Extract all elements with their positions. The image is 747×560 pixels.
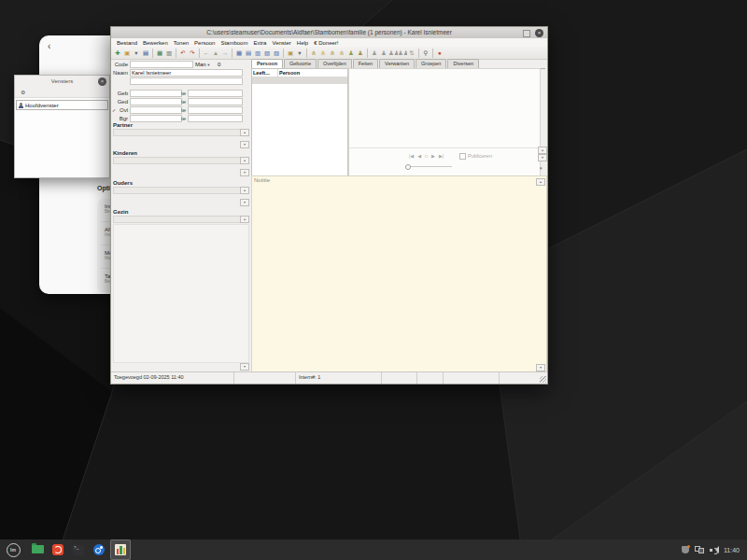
print-icon[interactable]: ▥ [164,48,174,58]
gezin-field[interactable] [113,216,242,223]
tab-geboorte[interactable]: Geboorte [284,59,317,68]
volume-icon[interactable] [710,546,718,553]
menu-doneer[interactable]: € Doneer! [311,40,341,46]
partner-field[interactable] [113,129,242,136]
media-slider[interactable] [405,165,452,168]
menu-stamboom[interactable]: Stamboom [218,40,250,46]
ged-place-input[interactable] [188,98,243,105]
timeline-view-icon[interactable]: ▤ [244,48,253,58]
spinner-down[interactable]: ▾ [538,154,547,161]
search-icon[interactable]: ⚲ [421,48,430,58]
split-view-icon[interactable]: ▧ [262,48,272,58]
close-icon[interactable]: × [535,29,543,37]
menu-bewerken[interactable]: Bewerken [140,40,171,46]
spinner-down[interactable]: ▾ [240,141,249,148]
spinner-down[interactable]: ▾ [240,363,249,371]
mint-menu-button[interactable]: lm [4,540,22,559]
column-persoon[interactable]: Persoon [278,69,347,77]
person-table-selected-row[interactable] [252,77,347,84]
tab-diversen[interactable]: Diversen [447,59,479,68]
bgr-place-input[interactable] [188,115,243,122]
up-icon[interactable]: ▲ [211,48,220,58]
layout-dropdown-caret[interactable]: ▾ [295,48,304,58]
redo-icon[interactable]: ↷ [188,48,197,58]
ovl-date-input[interactable] [130,106,182,114]
ged-date-input[interactable] [130,98,182,105]
save-icon[interactable]: ▤ [141,48,150,58]
naam-extra-input[interactable] [130,77,243,85]
tab-verwanten[interactable]: Verwanten [379,59,415,68]
family-list-icon[interactable]: ♟♟ [398,48,407,58]
terminal-launcher[interactable]: >_ [69,540,88,559]
geb-date-input[interactable] [130,90,182,97]
vensters-titlebar[interactable]: Vensters [15,76,109,89]
sort-icon[interactable]: ⇅ [407,48,416,58]
next-button[interactable]: ▶ [431,153,435,159]
menu-extra[interactable]: Extra [250,40,269,46]
columns-view-icon[interactable]: ▥ [253,48,262,58]
report-icon[interactable]: ▦ [155,48,164,58]
table-view-icon[interactable]: ▦ [234,48,244,58]
spinner-up[interactable]: ▴ [240,187,249,194]
tool-icon[interactable]: ⚙ [21,89,25,95]
ancestors-tree-icon[interactable]: ⋔ [328,48,337,58]
publiceren-checkbox[interactable] [459,153,466,160]
back-icon[interactable]: ← [202,48,211,58]
browser-launcher[interactable] [49,540,67,559]
spinner-down[interactable]: ▾ [240,199,249,206]
steam-launcher[interactable] [90,540,108,559]
menu-bestand[interactable]: Bestand [114,40,140,46]
parenteel-tree-icon[interactable]: ⋔ [309,48,318,58]
menu-tonen[interactable]: Tonen [171,40,191,46]
list-item-hoofdvenster[interactable]: Hoofdvenster [16,100,108,110]
menu-persoon[interactable]: Persoon [191,40,218,46]
gezin-list-area[interactable] [113,224,249,363]
undo-icon[interactable]: ↶ [178,48,188,58]
files-launcher[interactable] [28,540,47,559]
minimize-button[interactable] [523,30,530,37]
code-input[interactable] [130,61,193,68]
network-icon[interactable] [695,546,704,553]
forward-icon[interactable]: → [220,48,230,58]
group-persons-icon[interactable]: ♟ [346,48,356,58]
persons-pair-icon[interactable]: ♟♟ [388,48,398,58]
clock[interactable]: 11:40 [724,547,740,553]
aldfaer-taskbar-button[interactable] [110,539,131,560]
menu-venster[interactable]: Venster [269,40,293,46]
geb-place-input[interactable] [188,90,243,97]
bgr-date-input[interactable] [130,115,182,122]
naam-input[interactable]: Karel Isnietmeer [130,69,243,77]
kinderen-field[interactable] [113,157,242,164]
prev-button[interactable]: ◀ [417,153,421,159]
spinner-up[interactable]: ▴ [536,178,545,186]
ovl-place-input[interactable] [188,106,243,114]
descendants-tree-icon[interactable]: ⋔ [318,48,328,58]
ouders-field[interactable] [113,187,242,194]
person-detail-icon[interactable]: ♟ [379,48,388,58]
spinner-up[interactable]: ▴ [240,157,249,164]
tab-groepen[interactable]: Groepen [416,59,446,68]
stop-button[interactable]: □ [425,153,428,159]
kin-persons-icon[interactable]: ♟ [356,48,365,58]
back-button[interactable]: ‹ [48,41,50,51]
update-shield-icon[interactable] [682,546,689,554]
spinner-down[interactable]: ▾ [536,364,545,371]
resize-grip[interactable] [540,376,546,383]
chevron-down-icon[interactable]: ▾ [540,165,543,171]
slider-knob[interactable] [405,164,411,170]
spinner-up[interactable]: ▴ [240,129,249,136]
person-list-icon[interactable]: ♟ [370,48,379,58]
tab-persoon[interactable]: Persoon [251,59,283,68]
tab-overlijden[interactable]: Overlijden [317,59,352,68]
spinner-up[interactable]: ▴ [240,216,249,223]
layout-icon[interactable]: ▣ [286,48,295,58]
column-leeftijd[interactable]: Leeft... [252,69,278,77]
open-dropdown-caret[interactable]: ▾ [132,48,141,58]
open-icon[interactable]: ▣ [122,48,132,58]
first-button[interactable]: |◀ [409,153,414,159]
spinner-up[interactable]: ▴ [538,147,547,154]
relations-tree-icon[interactable]: ⋔ [337,48,346,58]
sheet-view-icon[interactable]: ▨ [272,48,281,58]
donate-icon[interactable]: ● [435,48,444,58]
last-button[interactable]: ▶| [439,153,444,159]
